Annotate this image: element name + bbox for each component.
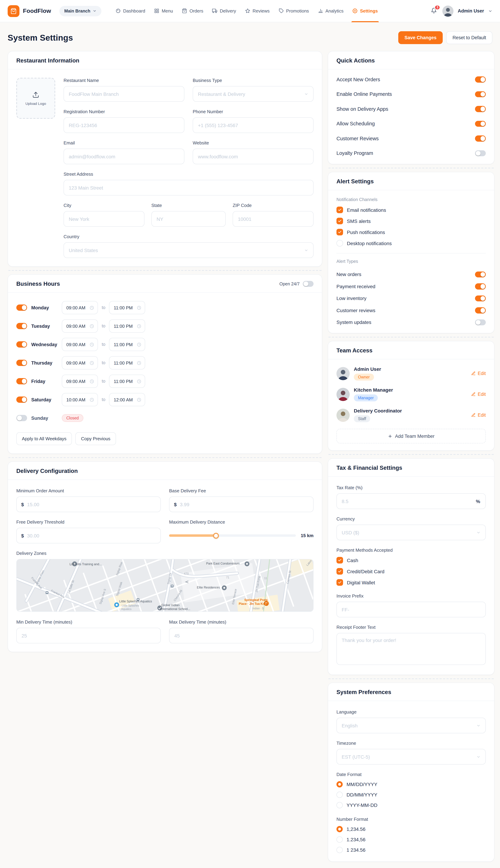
nav-menu[interactable]: Menu	[150, 0, 177, 22]
timezone-select[interactable]: EST (UTC-5)	[337, 749, 486, 765]
street-address-input[interactable]	[64, 180, 314, 195]
min-delivery-time-input[interactable]	[16, 628, 161, 643]
edit-delivery-coordinator-button[interactable]: Edit	[471, 412, 486, 418]
wednesday-close-time[interactable]: 11:00 PM	[109, 338, 145, 351]
nav-promotions[interactable]: Promotions	[275, 0, 313, 22]
toggle-new-orders-alert[interactable]	[475, 271, 486, 277]
checkbox-sms-alerts[interactable]	[337, 218, 343, 224]
toggle-customer-reviews[interactable]	[475, 135, 486, 141]
edit-admin-user-button[interactable]: Edit	[471, 371, 486, 376]
toggle-system-updates-alert[interactable]	[475, 319, 486, 325]
toggle-customer-reviews-alert[interactable]	[475, 307, 486, 313]
radio-mm-dd-yyyy[interactable]	[337, 781, 343, 787]
payment-digital-wallet[interactable]: Digital Wallet	[337, 579, 486, 586]
checkbox-digital-wallet[interactable]	[337, 579, 343, 586]
payment-card[interactable]: Credit/Debit Card	[337, 568, 486, 575]
toggle-accept-new-orders[interactable]	[475, 76, 486, 82]
restaurant-name-input[interactable]	[64, 86, 184, 102]
toggle-allow-scheduling[interactable]	[475, 121, 486, 127]
tuesday-close-time[interactable]: 11:00 PM	[109, 319, 145, 333]
phone-number-input[interactable]	[193, 117, 314, 133]
free-delivery-threshold-input[interactable]	[16, 528, 161, 544]
radio-number-comma-dot[interactable]	[337, 826, 343, 832]
toggle-loyalty-program[interactable]	[475, 150, 486, 156]
receipt-footer-textarea[interactable]	[337, 633, 486, 665]
checkbox-push-notifications[interactable]	[337, 229, 343, 236]
friday-close-time[interactable]: 11:00 PM	[109, 375, 145, 388]
date-format-option-1[interactable]: MM/DD/YYYY	[337, 781, 486, 787]
channel-sms[interactable]: SMS alerts	[337, 218, 486, 224]
channel-desktop[interactable]: Desktop notifications	[337, 240, 486, 247]
date-format-option-3[interactable]: YYYY-MM-DD	[337, 802, 486, 808]
state-input[interactable]	[151, 211, 226, 227]
radio-number-space-dot[interactable]	[337, 847, 343, 853]
user-avatar[interactable]	[442, 5, 454, 16]
foodflow-logo[interactable]	[8, 5, 20, 17]
toggle-show-on-delivery-apps[interactable]	[475, 106, 486, 112]
language-select[interactable]: English	[337, 718, 486, 733]
invoice-prefix-input[interactable]	[337, 602, 486, 617]
website-input[interactable]	[193, 149, 314, 164]
city-input[interactable]	[64, 211, 145, 227]
nav-dashboard[interactable]: Dashboard	[112, 0, 149, 22]
nav-orders[interactable]: Orders	[178, 0, 207, 22]
date-format-option-2[interactable]: DD/MM/YYYY	[337, 792, 486, 798]
minimum-order-amount-input[interactable]	[16, 496, 161, 512]
radio-yyyy-mm-dd[interactable]	[337, 802, 343, 808]
saturday-toggle[interactable]	[16, 397, 27, 403]
base-delivery-fee-input[interactable]	[169, 496, 314, 512]
wednesday-toggle[interactable]	[16, 342, 27, 347]
nav-reviews[interactable]: Reviews	[241, 0, 273, 22]
number-format-option-1[interactable]: 1,234.56	[337, 826, 486, 832]
reset-to-default-button[interactable]: Reset to Default	[446, 31, 492, 44]
radio-dd-mm-yyyy[interactable]	[337, 792, 343, 798]
thursday-open-time[interactable]: 09:00 AM	[62, 356, 98, 369]
nav-delivery[interactable]: Delivery	[208, 0, 240, 22]
slider-handle[interactable]	[213, 533, 219, 538]
business-type-select[interactable]: Restaurant & Delivery	[193, 86, 314, 102]
chevron-down-icon[interactable]	[488, 9, 492, 13]
checkbox-cash[interactable]	[337, 557, 343, 563]
number-format-option-3[interactable]: 1 234.56	[337, 847, 486, 853]
max-delivery-distance-slider[interactable]	[169, 534, 296, 537]
branch-selector[interactable]: Main Branch	[59, 6, 101, 16]
country-select[interactable]: United States	[64, 242, 314, 258]
monday-close-time[interactable]: 11:00 PM	[109, 301, 145, 314]
edit-kitchen-manager-button[interactable]: Edit	[471, 392, 486, 397]
upload-logo-dropzone[interactable]: Upload Logo	[16, 78, 55, 119]
radio-number-dot-comma[interactable]	[337, 836, 343, 843]
zip-code-input[interactable]	[232, 211, 314, 227]
nav-settings[interactable]: Settings	[349, 0, 382, 22]
copy-previous-button[interactable]: Copy Previous	[76, 432, 116, 445]
saturday-close-time[interactable]: 12:00 AM	[109, 393, 145, 406]
apply-all-weekdays-button[interactable]: Apply to All Weekdays	[16, 432, 72, 445]
nav-analytics[interactable]: Analytics	[314, 0, 348, 22]
open-24-7-toggle[interactable]	[303, 281, 314, 287]
registration-number-input[interactable]	[64, 117, 184, 133]
friday-toggle[interactable]	[16, 378, 27, 384]
save-changes-button[interactable]: Save Changes	[398, 31, 443, 44]
thursday-toggle[interactable]	[16, 360, 27, 366]
checkbox-credit-debit-card[interactable]	[337, 568, 343, 575]
tuesday-open-time[interactable]: 09:00 AM	[62, 319, 98, 333]
tax-rate-input[interactable]	[337, 493, 486, 509]
max-delivery-time-input[interactable]	[169, 628, 314, 643]
add-team-member-button[interactable]: Add Team Member	[337, 429, 486, 443]
monday-toggle[interactable]	[16, 305, 27, 311]
saturday-open-time[interactable]: 10:00 AM	[62, 393, 98, 406]
monday-open-time[interactable]: 09:00 AM	[62, 301, 98, 314]
toggle-enable-online-payments[interactable]	[475, 91, 486, 97]
checkbox-email-notifications[interactable]	[337, 207, 343, 213]
email-input[interactable]	[64, 149, 184, 164]
sunday-toggle[interactable]	[16, 415, 27, 421]
payment-cash[interactable]: Cash	[337, 557, 486, 563]
friday-open-time[interactable]: 09:00 AM	[62, 375, 98, 388]
number-format-option-2[interactable]: 1.234,56	[337, 836, 486, 843]
checkbox-desktop-notifications[interactable]	[337, 240, 343, 247]
delivery-zones-map[interactable]: Lifeskills Training and...Park East Cond…	[16, 559, 314, 612]
thursday-close-time[interactable]: 11:00 PM	[109, 356, 145, 369]
currency-select[interactable]: USD ($)	[337, 525, 486, 540]
wednesday-open-time[interactable]: 09:00 AM	[62, 338, 98, 351]
channel-email[interactable]: Email notifications	[337, 207, 486, 213]
channel-push[interactable]: Push notifications	[337, 229, 486, 236]
